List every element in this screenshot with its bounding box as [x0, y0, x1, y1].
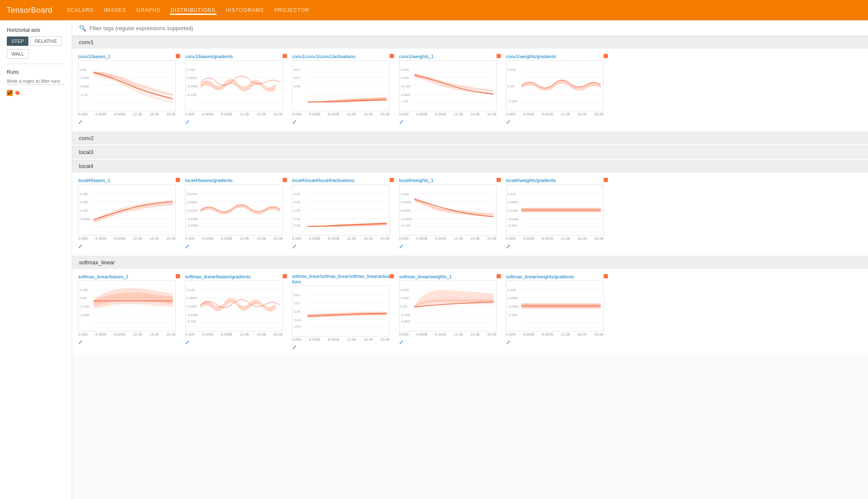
svg-text:0.0700: 0.0700 — [187, 192, 197, 196]
nav-histograms[interactable]: HISTOGRAMS — [225, 6, 265, 15]
chart-svg: 8.00 6.00 4.00 2.00 0.00 — [292, 185, 389, 235]
run-checkbox-1[interactable] — [7, 90, 13, 96]
expand-button[interactable]: ⤢ — [185, 339, 287, 345]
chart-title-text: local4/weights_1 — [399, 177, 433, 183]
expand-button[interactable]: ⤢ — [292, 119, 394, 125]
runs-filter-input[interactable] — [7, 78, 65, 85]
svg-text:20.0: 20.0 — [294, 68, 301, 72]
nav-distributions[interactable]: DISTRIBUTIONS — [170, 6, 216, 15]
svg-text:15.0: 15.0 — [294, 301, 301, 305]
chart-area: 0.0700 0.0400 0.0100 -0.0200 -0.0500 — [185, 185, 283, 235]
expand-button[interactable]: ⤢ — [399, 243, 501, 250]
step-button[interactable]: STEP — [7, 36, 28, 46]
expand-button[interactable]: ⤢ — [292, 243, 394, 250]
chart-title: local4/weights/gradients — [506, 177, 608, 183]
svg-text:0.250: 0.250 — [80, 200, 88, 204]
svg-text:-0.100: -0.100 — [508, 224, 517, 227]
section-softmax: softmax_linear softmax_linear/biases_1 — [72, 256, 868, 356]
chart-title-text: softmax_linear/weights/gradients — [506, 274, 574, 280]
svg-text:0.0800: 0.0800 — [187, 296, 197, 300]
orange-dot — [176, 54, 180, 58]
expand-button[interactable]: ⤢ — [185, 243, 287, 250]
svg-text:-0.0400: -0.0400 — [187, 313, 198, 317]
nav-graphs[interactable]: GRAPHS — [135, 6, 161, 15]
orange-dot — [497, 274, 501, 278]
svg-text:0.600: 0.600 — [401, 288, 409, 292]
orange-dot — [283, 274, 287, 278]
svg-text:-0.600: -0.600 — [401, 93, 410, 97]
expand-button[interactable]: ⤢ — [78, 339, 180, 345]
svg-text:0.00: 0.00 — [294, 84, 301, 88]
section-header-conv2: conv2 — [72, 132, 868, 144]
orange-dot — [176, 274, 180, 278]
nav-projector[interactable]: PROJECTOR — [273, 6, 310, 15]
svg-text:-0.100: -0.100 — [401, 224, 410, 227]
svg-text:-0.100: -0.100 — [508, 100, 517, 104]
svg-text:0.100: 0.100 — [508, 68, 516, 72]
svg-text:-0.300: -0.300 — [401, 313, 410, 317]
expand-button[interactable]: ⤢ — [506, 339, 608, 345]
chart-title-text: softmax_linear/biases/gradients — [185, 274, 251, 280]
chart-title: conv1/weights_1 — [399, 53, 501, 59]
chart-svg: 0.0700 0.0400 0.0100 -0.0200 -0.0500 — [185, 185, 282, 235]
svg-text:0.200: 0.200 — [401, 76, 409, 80]
orange-dot — [604, 274, 608, 278]
axis-buttons: STEP RELATIVE — [7, 36, 65, 46]
svg-text:-0.0400: -0.0400 — [401, 217, 412, 221]
expand-button[interactable]: ⤢ — [292, 344, 394, 350]
nav-scalars[interactable]: SCALARS — [66, 6, 95, 15]
expand-button[interactable]: ⤢ — [78, 119, 180, 125]
run-label-1: . — [22, 90, 23, 95]
x-axis: 0.0004.000k8.000k12.0k16.0k20.0k — [506, 235, 604, 241]
chart-title: softmax_linear/weights_1 — [399, 274, 501, 280]
chart-title-text: local4/weights/gradients — [506, 177, 556, 183]
chart-softmax-weights-grad: softmax_linear/weights/gradients 0.150 0… — [506, 274, 608, 350]
section-conv2: conv2 — [72, 132, 868, 144]
sidebar: Horizontal axis STEP RELATIVE WALL Runs … — [0, 20, 72, 499]
expand-button[interactable]: ⤢ — [399, 339, 501, 345]
expand-button[interactable]: ⤢ — [78, 243, 180, 250]
svg-text:0.140: 0.140 — [401, 192, 409, 196]
expand-button[interactable]: ⤢ — [185, 119, 287, 125]
chart-title-text: conv1/conv1/conv1/activations — [292, 53, 355, 59]
svg-text:-0.150: -0.150 — [187, 93, 197, 97]
svg-text:0.00: 0.00 — [294, 224, 301, 227]
chart-title: local4/local4/local4/activations — [292, 177, 394, 183]
chart-title-text: softmax_linear/biases_1 — [78, 274, 129, 280]
filter-input[interactable] — [90, 25, 861, 31]
chart-title-text: conv1/weights/gradients — [506, 53, 556, 59]
svg-text:-0.600: -0.600 — [401, 320, 410, 323]
section-header-softmax: softmax_linear — [72, 256, 868, 269]
x-axis: 0.0004.000k8.000k12.0k16.0k20.0k — [292, 235, 390, 241]
svg-text:0.150: 0.150 — [508, 288, 516, 292]
orange-dot — [604, 54, 608, 58]
svg-text:0.0500: 0.0500 — [80, 217, 90, 221]
chart-title: softmax_linear/biases_1 — [78, 274, 180, 280]
expand-button[interactable]: ⤢ — [399, 119, 501, 125]
expand-button[interactable]: ⤢ — [506, 119, 608, 125]
run-item-1: . — [7, 90, 65, 96]
chart-title: local4/biases/gradients — [185, 177, 287, 183]
chart-softmax-biases1: softmax_linear/biases_1 0.150 0.00 — [78, 274, 180, 350]
svg-text:2.00: 2.00 — [294, 217, 301, 221]
svg-text:0.0100: 0.0100 — [187, 209, 197, 213]
svg-text:-0.100: -0.100 — [187, 320, 197, 323]
svg-text:-0.300: -0.300 — [80, 313, 90, 317]
x-axis: 0.0004.000k8.000k12.0k16.0k20.0k — [78, 331, 176, 337]
relative-button[interactable]: RELATIVE — [30, 36, 62, 46]
chart-title: conv1/biases_1 — [78, 53, 180, 59]
chart-local4-weights1: local4/weights_1 0.140 0.0800 0.020 — [399, 177, 501, 249]
conv1-charts-grid: conv1/biases_1 0.00 — [72, 48, 868, 130]
chart-area: 0.00 -0.400 -0.800 -1.20 — [78, 60, 176, 111]
chart-svg: 0.150 0.0500 -0.0500 -0.150 — [506, 281, 603, 331]
orange-dot — [390, 274, 394, 278]
chart-area: 8.00 6.00 4.00 2.00 0.00 — [292, 185, 390, 235]
chart-svg: 20.0 10.0 0.00 — [292, 61, 389, 111]
chart-title-text: local4/biases_1 — [78, 177, 110, 183]
chart-conv1-activations: conv1/conv1/conv1/activations 20.0 10.0 — [292, 53, 394, 125]
expand-button[interactable]: ⤢ — [506, 243, 608, 250]
wall-button[interactable]: WALL — [7, 49, 29, 59]
x-axis: 0.0004.000k8.000k12.0k16.0k20.0k — [185, 111, 283, 117]
nav-images[interactable]: IMAGES — [103, 6, 127, 15]
orange-dot — [497, 178, 501, 182]
